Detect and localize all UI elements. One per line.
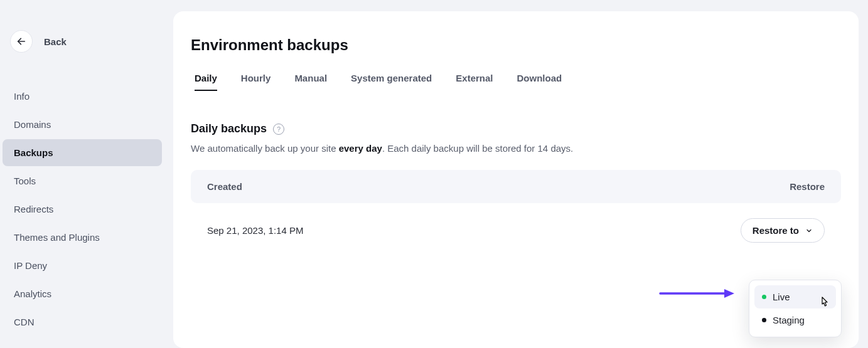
help-icon[interactable]: ? — [273, 124, 284, 135]
col-header-created: Created — [207, 181, 242, 192]
sidebar-item-redirects[interactable]: Redirects — [3, 196, 162, 223]
tabs: Daily Hourly Manual System generated Ext… — [191, 73, 841, 91]
sidebar-item-ip-deny[interactable]: IP Deny — [3, 252, 162, 279]
cell-created: Sep 21, 2023, 1:14 PM — [207, 225, 303, 236]
description-post: . Each daily backup will be stored for 1… — [382, 143, 573, 154]
restore-to-button[interactable]: Restore to — [741, 218, 825, 243]
sidebar-item-tools[interactable]: Tools — [3, 167, 162, 194]
back-row: Back — [3, 30, 162, 53]
menu-item-staging-label: Staging — [773, 315, 805, 325]
tab-external[interactable]: External — [456, 73, 493, 91]
nav-list: Info Domains Backups Tools Redirects The… — [3, 83, 162, 335]
sidebar-item-themes-and-plugins[interactable]: Themes and Plugins — [3, 224, 162, 251]
tab-manual[interactable]: Manual — [294, 73, 327, 91]
sidebar: Back Info Domains Backups Tools Redirect… — [0, 0, 164, 348]
section-description: We automatically back up your site every… — [191, 143, 841, 154]
tab-daily[interactable]: Daily — [195, 73, 217, 91]
page-title: Environment backups — [191, 36, 841, 54]
section-title-row: Daily backups ? — [191, 122, 841, 135]
sidebar-item-cdn[interactable]: CDN — [3, 308, 162, 335]
description-bold: every day — [339, 143, 382, 154]
restore-to-label: Restore to — [753, 225, 799, 236]
chevron-down-icon — [805, 227, 813, 235]
status-dot-staging-icon — [762, 318, 766, 322]
back-label: Back — [44, 36, 67, 47]
sidebar-item-backups[interactable]: Backups — [3, 139, 162, 166]
svg-marker-2 — [724, 289, 734, 298]
section-title: Daily backups — [191, 122, 267, 135]
table-row: Sep 21, 2023, 1:14 PM Restore to — [191, 203, 841, 248]
arrow-left-icon — [16, 36, 26, 46]
back-button[interactable] — [10, 30, 33, 53]
sidebar-item-domains[interactable]: Domains — [3, 111, 162, 138]
sidebar-item-analytics[interactable]: Analytics — [3, 280, 162, 307]
description-pre: We automatically back up your site — [191, 143, 339, 154]
backups-table: Created Restore Sep 21, 2023, 1:14 PM Re… — [191, 170, 841, 248]
menu-item-live-label: Live — [773, 292, 790, 302]
tab-download[interactable]: Download — [517, 73, 562, 91]
status-dot-live-icon — [762, 295, 766, 299]
tab-system-generated[interactable]: System generated — [351, 73, 432, 91]
tab-hourly[interactable]: Hourly — [241, 73, 271, 91]
sidebar-item-info[interactable]: Info — [3, 83, 162, 110]
col-header-restore: Restore — [790, 181, 825, 192]
cursor-pointer-icon — [819, 297, 829, 310]
menu-item-staging[interactable]: Staging — [754, 308, 836, 332]
annotation-arrow — [659, 287, 734, 302]
table-header: Created Restore — [191, 170, 841, 203]
